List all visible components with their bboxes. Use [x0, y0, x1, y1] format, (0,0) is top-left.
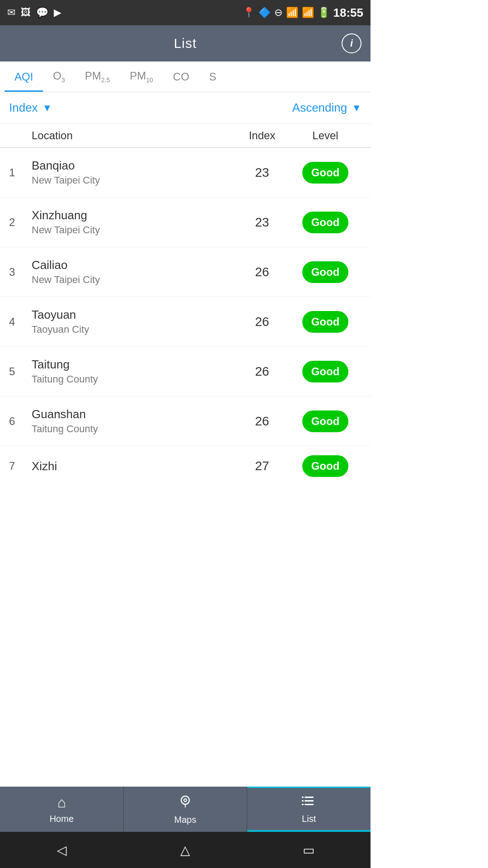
- status-time: 18:55: [333, 6, 364, 20]
- battery-icon: 🔋: [318, 7, 330, 19]
- row-level-badge: Good: [289, 162, 361, 184]
- info-button[interactable]: i: [342, 33, 361, 53]
- sort-by-dropdown[interactable]: Index ▼: [9, 101, 52, 115]
- row-rank: 7: [9, 460, 27, 472]
- table-row[interactable]: 4 Taoyuan Taoyuan City 26 Good: [0, 297, 371, 347]
- row-index-value: 27: [235, 459, 289, 473]
- home-icon: ⌂: [57, 794, 66, 811]
- tab-pm25-label: PM2.5: [85, 70, 110, 84]
- tab-pm10-label: PM10: [130, 70, 153, 84]
- svg-point-1: [184, 799, 187, 802]
- nav-maps-label: Maps: [174, 815, 197, 825]
- row-location-name: Xinzhuang: [32, 208, 235, 222]
- bluetooth-icon: 🔷: [258, 7, 271, 19]
- level-badge-label: Good: [302, 261, 349, 283]
- home-button[interactable]: △: [172, 836, 199, 863]
- minus-icon: ⊖: [274, 7, 282, 19]
- row-location-city: Taitung County: [32, 373, 235, 385]
- nav-list[interactable]: List: [247, 787, 371, 832]
- status-bar-left: ✉ 🖼 💬 ▶: [7, 7, 61, 19]
- row-index-value: 26: [235, 414, 289, 429]
- svg-rect-4: [305, 800, 314, 802]
- column-location-header: Location: [9, 129, 235, 142]
- sort-order-dropdown[interactable]: Ascending ▼: [292, 101, 361, 115]
- svg-rect-3: [305, 797, 314, 798]
- nav-home[interactable]: ⌂ Home: [0, 787, 124, 832]
- tab-bar: AQI O3 PM2.5 PM10 CO S: [0, 61, 371, 92]
- row-rank: 3: [9, 266, 27, 278]
- messenger-icon: 💬: [36, 7, 48, 19]
- row-location-name: Taitung: [32, 358, 235, 372]
- svg-point-0: [181, 796, 189, 804]
- row-location-name: Banqiao: [32, 159, 235, 173]
- row-index-value: 23: [235, 215, 289, 230]
- row-rank: 1: [9, 166, 27, 179]
- row-location: Taoyuan Taoyuan City: [27, 308, 235, 335]
- row-level-badge: Good: [289, 410, 361, 432]
- tab-o3[interactable]: O3: [43, 61, 75, 92]
- sort-by-chevron-icon: ▼: [42, 102, 52, 114]
- tab-co[interactable]: CO: [163, 61, 199, 92]
- tab-pm25[interactable]: PM2.5: [75, 61, 120, 92]
- nav-maps[interactable]: Maps: [124, 787, 248, 832]
- row-level-badge: Good: [289, 261, 361, 283]
- row-location-name: Guanshan: [32, 407, 235, 421]
- row-index-value: 26: [235, 315, 289, 329]
- row-location-name: Taoyuan: [32, 308, 235, 322]
- row-level-badge: Good: [289, 311, 361, 333]
- level-badge-label: Good: [302, 311, 349, 333]
- column-index-header: Index: [235, 129, 289, 142]
- tab-o3-label: O3: [53, 70, 65, 84]
- level-badge-label: Good: [302, 455, 349, 477]
- tab-s-label: S: [209, 71, 216, 83]
- table-row[interactable]: 2 Xinzhuang New Taipei City 23 Good: [0, 198, 371, 247]
- recents-button[interactable]: ▭: [295, 836, 322, 863]
- nav-list-label: List: [302, 814, 316, 824]
- status-bar-right: 📍 🔷 ⊖ 📶 📶 🔋 18:55: [243, 6, 364, 20]
- tab-aqi-label: AQI: [14, 71, 33, 83]
- level-badge-label: Good: [302, 361, 349, 382]
- table-row[interactable]: 7 Xizhi 27 Good: [0, 446, 371, 486]
- row-location-city: Taoyuan City: [32, 324, 235, 335]
- row-location: Xizhi: [27, 459, 235, 473]
- table-row[interactable]: 1 Banqiao New Taipei City 23 Good: [0, 148, 371, 198]
- tab-aqi[interactable]: AQI: [5, 61, 43, 92]
- mail-icon: ✉: [7, 7, 15, 19]
- row-index-value: 23: [235, 165, 289, 180]
- tab-s[interactable]: S: [199, 61, 226, 92]
- tab-co-label: CO: [173, 71, 189, 83]
- row-location: Banqiao New Taipei City: [27, 159, 235, 186]
- nav-home-label: Home: [50, 814, 74, 824]
- sort-controls: Index ▼ Ascending ▼: [0, 92, 371, 124]
- row-location: Guanshan Taitung County: [27, 407, 235, 435]
- row-rank: 4: [9, 316, 27, 328]
- column-level-header: Level: [289, 129, 361, 142]
- air-quality-list: 1 Banqiao New Taipei City 23 Good 2 Xinz…: [0, 148, 371, 486]
- status-bar: ✉ 🖼 💬 ▶ 📍 🔷 ⊖ 📶 📶 🔋 18:55: [0, 0, 371, 25]
- row-level-badge: Good: [289, 455, 361, 477]
- svg-rect-7: [302, 800, 304, 802]
- row-location-city: New Taipei City: [32, 224, 235, 236]
- sort-order-chevron-icon: ▼: [352, 102, 361, 114]
- row-location-name: Xizhi: [32, 459, 235, 473]
- column-headers: Location Index Level: [0, 124, 371, 148]
- level-badge-label: Good: [302, 162, 349, 184]
- row-level-badge: Good: [289, 361, 361, 382]
- page-title: List: [174, 36, 197, 51]
- signal-icon: 📶: [302, 7, 314, 19]
- row-rank: 2: [9, 216, 27, 229]
- level-badge-label: Good: [302, 410, 349, 432]
- row-level-badge: Good: [289, 212, 361, 233]
- row-location-name: Cailiao: [32, 258, 235, 272]
- level-badge-label: Good: [302, 212, 349, 233]
- table-row[interactable]: 5 Taitung Taitung County 26 Good: [0, 347, 371, 396]
- svg-rect-6: [302, 797, 304, 798]
- location-icon: 📍: [243, 7, 255, 19]
- table-row[interactable]: 3 Cailiao New Taipei City 26 Good: [0, 247, 371, 297]
- row-location: Cailiao New Taipei City: [27, 258, 235, 286]
- table-row[interactable]: 6 Guanshan Taitung County 26 Good: [0, 396, 371, 446]
- back-button[interactable]: ◁: [48, 836, 75, 863]
- tab-pm10[interactable]: PM10: [120, 61, 163, 92]
- row-location: Taitung Taitung County: [27, 358, 235, 385]
- android-nav-bar: ◁ △ ▭: [0, 832, 371, 868]
